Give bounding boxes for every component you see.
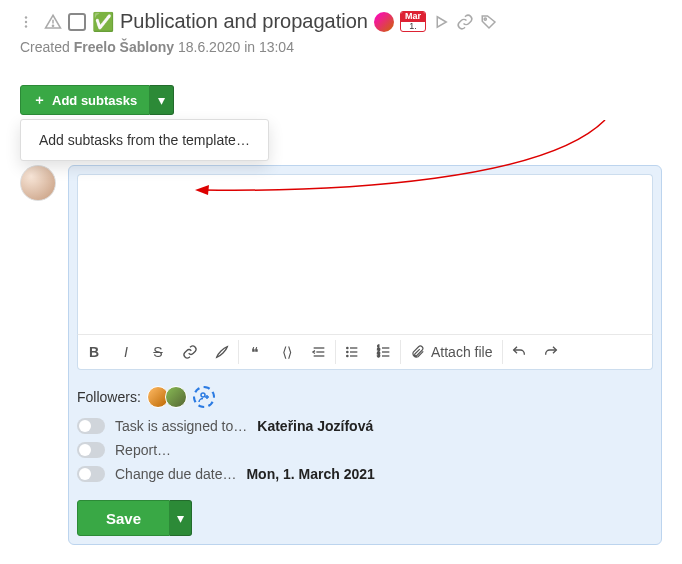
brush-button[interactable]: [206, 334, 238, 370]
bold-button[interactable]: B: [78, 334, 110, 370]
meta-row: Created Freelo Šablony 18.6.2020 in 13:0…: [20, 39, 662, 55]
due-row: Change due date… Mon, 1. March 2021: [77, 466, 653, 482]
strike-button[interactable]: S: [142, 334, 174, 370]
avatar: [20, 165, 56, 201]
add-subtasks-caret[interactable]: ▾: [150, 85, 174, 115]
editor-toolbar: B I S ❝ ⟨⟩ 123 At: [77, 334, 653, 370]
report-row: Report…: [77, 442, 653, 458]
attach-file-button[interactable]: Attach file: [401, 344, 502, 360]
svg-point-6: [484, 17, 486, 19]
comment-editor: B I S ❝ ⟨⟩ 123 At: [68, 165, 662, 545]
due-badge[interactable]: Mar 1.: [400, 11, 426, 33]
plus-icon: ＋: [33, 91, 46, 109]
svg-point-2: [25, 25, 27, 27]
editor-textarea[interactable]: [77, 174, 653, 334]
svg-marker-5: [437, 16, 446, 27]
outdent-button[interactable]: [303, 334, 335, 370]
svg-point-13: [347, 355, 348, 356]
add-subtasks-button[interactable]: ＋ Add subtasks: [20, 85, 150, 115]
italic-button[interactable]: I: [110, 334, 142, 370]
due-value: Mon, 1. March 2021: [246, 466, 374, 482]
play-icon[interactable]: [432, 13, 450, 31]
task-header: ✅ Publication and propagation Mar 1.: [20, 10, 662, 33]
avatar[interactable]: [374, 12, 394, 32]
link-button[interactable]: [174, 334, 206, 370]
save-group: Save ▾: [77, 500, 192, 536]
code-button[interactable]: ⟨⟩: [271, 334, 303, 370]
undo-button[interactable]: [503, 334, 535, 370]
ul-button[interactable]: [336, 334, 368, 370]
svg-point-23: [201, 393, 205, 397]
svg-point-11: [347, 347, 348, 348]
due-toggle[interactable]: [77, 466, 105, 482]
task-emoji: ✅: [92, 11, 114, 33]
svg-point-4: [52, 25, 53, 26]
redo-button[interactable]: [535, 334, 567, 370]
link-icon[interactable]: [456, 13, 474, 31]
add-subtasks-group: ＋ Add subtasks ▾ Add subtasks from the t…: [20, 85, 174, 115]
svg-point-1: [25, 20, 27, 22]
assign-toggle[interactable]: [77, 418, 105, 434]
report-toggle[interactable]: [77, 442, 105, 458]
quote-button[interactable]: ❝: [239, 334, 271, 370]
tag-icon[interactable]: [480, 13, 498, 31]
assign-row: Task is assigned to… Kateřina Jozífová: [77, 418, 653, 434]
ol-button[interactable]: 123: [368, 334, 400, 370]
dropdown-item-template[interactable]: Add subtasks from the template…: [39, 132, 250, 148]
followers-row: Followers:: [77, 386, 653, 408]
save-caret[interactable]: ▾: [170, 500, 192, 536]
complete-checkbox[interactable]: [68, 13, 86, 31]
author-name: Freelo Šablony: [74, 39, 174, 55]
assignee-name: Kateřina Jozífová: [257, 418, 373, 434]
svg-point-12: [347, 351, 348, 352]
avatar[interactable]: [165, 386, 187, 408]
svg-point-0: [25, 16, 27, 18]
warning-icon[interactable]: [44, 13, 62, 31]
drag-handle-icon[interactable]: [20, 13, 38, 31]
save-button[interactable]: Save: [77, 500, 170, 536]
task-title: Publication and propagation: [120, 10, 368, 33]
add-follower-button[interactable]: [193, 386, 215, 408]
add-subtasks-dropdown: Add subtasks from the template…: [20, 119, 269, 161]
svg-text:3: 3: [377, 353, 380, 358]
